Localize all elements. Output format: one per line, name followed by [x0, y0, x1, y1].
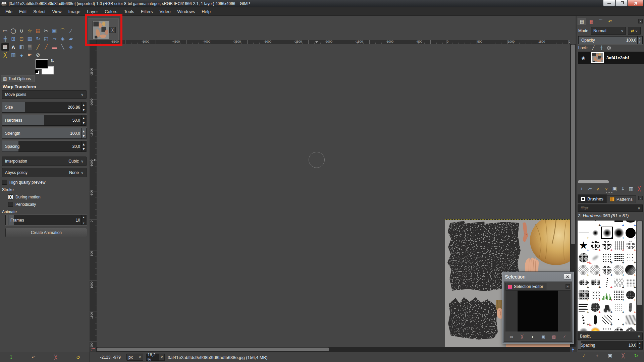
horizontal-scrollbar[interactable] [97, 347, 570, 352]
brush-soft2[interactable]: + [601, 227, 613, 239]
selection-editor-collapse-button[interactable]: ◂ [566, 284, 570, 289]
select-ellipse-tool[interactable]: ◯ [9, 27, 18, 35]
hardness-slider[interactable]: Hardness50,0▴▾ [2, 115, 87, 126]
edit-brush-button[interactable]: ∕ [580, 352, 588, 359]
strength-slider[interactable]: Strength100,0▴▾ [2, 128, 87, 139]
tab-paths[interactable]: ⌒ [596, 18, 605, 25]
vertical-ruler[interactable]: -2500-2000-1500-1000-5000500100015002000 [90, 44, 97, 347]
brush-dot[interactable]: + [589, 221, 601, 227]
menu-tools[interactable]: Tools [121, 8, 138, 15]
menu-select[interactable]: Select [30, 8, 49, 15]
brush-dott[interactable]: + [613, 313, 625, 326]
brush-dotss[interactable]: + [601, 251, 613, 264]
brush-star[interactable]: ★+ [578, 239, 589, 251]
menu-filters[interactable]: Filters [138, 8, 156, 15]
menu-view[interactable]: View [49, 8, 65, 15]
lower-layer-button[interactable]: ∨ [603, 185, 610, 192]
brush-blobd[interactable]: + [625, 289, 636, 301]
handle-transform-tool[interactable]: ◈ [59, 35, 67, 43]
layer-visibility-icon[interactable]: ◉ [578, 55, 588, 60]
brush-vein[interactable]: + [578, 264, 589, 276]
horizontal-scrollbar-thumb[interactable] [97, 348, 329, 351]
selection-editor-tab[interactable]: Selection Editor [505, 283, 546, 290]
crop-tool[interactable]: ⊡ [17, 35, 26, 43]
bucket-fill-tool[interactable]: ◧ [17, 43, 26, 51]
brush-texcircle[interactable]: + [589, 301, 601, 313]
zoom-value[interactable]: 18,2 % [146, 354, 159, 361]
brush-vstroke[interactable] [589, 313, 601, 326]
periodically-checkbox[interactable]: Periodically [8, 202, 87, 207]
zoom-combo[interactable]: 18,2 % ∨ [146, 354, 165, 361]
brush-splatd[interactable]: + [578, 251, 589, 264]
brush-smear[interactable] [589, 251, 601, 264]
selection-dialog-titlebar[interactable]: Selection [502, 272, 574, 281]
airbrush-tool[interactable]: ╲ [59, 43, 67, 51]
brush-zebra[interactable]: + [625, 313, 636, 326]
fuzzy-select-tool[interactable]: ☆ [26, 27, 34, 35]
tab-patterns[interactable]: Patterns [607, 195, 636, 203]
smudge-tool[interactable]: ☛ [26, 51, 34, 59]
brush-spacing-slider[interactable]: Spacing 10,0 ▴ ▾ [578, 341, 643, 350]
brush-vdots[interactable]: + [601, 276, 613, 289]
brush-inkblot[interactable]: + [601, 301, 613, 313]
brush-fuzz[interactable]: + [578, 326, 589, 331]
brush-dotsm[interactable]: + [613, 251, 625, 264]
spacing-spinner[interactable]: ▴▾ [81, 141, 86, 152]
brush-confetti[interactable]: + [613, 276, 625, 289]
select-none-button[interactable]: ╳ [519, 334, 525, 340]
selection-dialog[interactable]: Selection Selection Editor ◂ ▭╳◐▣▨∕ [502, 272, 574, 344]
color-picker-tool[interactable]: ∕ [67, 27, 75, 35]
save-to-channel-button[interactable]: ▣ [540, 334, 546, 340]
stroke-selection-button[interactable]: ∕ [561, 334, 568, 340]
new-group-button[interactable]: ▱ [586, 185, 594, 192]
brush-grid-scrollbar[interactable] [637, 221, 643, 331]
paintbrush-tool[interactable]: ╱ [42, 43, 51, 51]
blend-space-button[interactable]: ⇄ ∨ [628, 27, 641, 35]
dock-collapse-button[interactable]: ◂ [638, 19, 643, 23]
ink-tool[interactable]: ◆ [67, 43, 75, 51]
horizontal-ruler[interactable]: -5500-5000-4500-4000-3500-3000-2500-2000… [97, 40, 570, 44]
navigation-button[interactable]: ╋ [570, 347, 576, 352]
brush-dotsm[interactable]: + [613, 239, 625, 251]
brush-worm[interactable]: + [625, 301, 636, 313]
opacity-slider[interactable]: Opacity 100,0 ▴ ▾ [578, 36, 643, 44]
brush-hatch[interactable]: + [601, 313, 613, 326]
lock-paint-icon[interactable]: ╱ [591, 46, 596, 50]
close-button[interactable] [628, 0, 643, 6]
invert-selection-button[interactable]: ◐ [530, 334, 536, 340]
brush-scribble[interactable]: + [578, 313, 589, 326]
eraser-tool[interactable]: ▬ [50, 43, 59, 51]
refresh-brushes-button[interactable]: ↻ [633, 352, 640, 359]
zoom-dropdown-button[interactable]: ∨ [159, 354, 165, 361]
menu-video[interactable]: Video [156, 8, 174, 15]
brush-blank[interactable] [578, 221, 589, 227]
brush-grid-scrollbar-thumb[interactable] [637, 221, 642, 305]
perspective-tool[interactable]: ▰ [67, 35, 75, 43]
rotate-tool[interactable]: ↻ [34, 35, 42, 43]
pencil-tool[interactable]: ╱ [34, 43, 42, 51]
gradient-tool[interactable]: ▒ [26, 43, 34, 51]
high-quality-preview-checkbox[interactable]: High quality preview [2, 180, 87, 185]
scale-tool[interactable]: ◱ [42, 35, 51, 43]
frames-slider[interactable]: Frames 10 ▴ ▾ [5, 215, 87, 225]
brush-speckfield[interactable]: + [613, 289, 625, 301]
select-rectangle-tool[interactable]: ▭ [1, 27, 9, 35]
tab-channels[interactable]: ▦ [587, 18, 596, 25]
brush-vein[interactable]: + [589, 264, 601, 276]
selection-to-path-button[interactable]: ▨ [551, 334, 557, 340]
alignment-tool[interactable]: ⊞ [9, 35, 18, 43]
minimize-button[interactable] [603, 0, 615, 6]
brush-sun[interactable]: + [589, 326, 601, 331]
move-tool[interactable]: ╋ [1, 35, 9, 43]
quick-mask-toggle[interactable] [90, 347, 97, 352]
brush-sponger[interactable]: + [589, 276, 601, 289]
restore-tool-options[interactable]: ↶ [30, 354, 37, 361]
menu-help[interactable]: Help [198, 8, 214, 15]
dock-splitter-handle[interactable] [608, 192, 610, 193]
brush-splatf[interactable]: + [625, 239, 636, 251]
duplicate-brush-button[interactable]: ▣ [606, 352, 614, 359]
brush-group-dropdown[interactable]: Basic, ∨ [578, 333, 643, 340]
brush-dotss[interactable]: + [601, 326, 613, 331]
mypaint-brush-tool[interactable]: ╳ [1, 51, 9, 59]
select-all-button[interactable]: ▭ [508, 334, 515, 340]
